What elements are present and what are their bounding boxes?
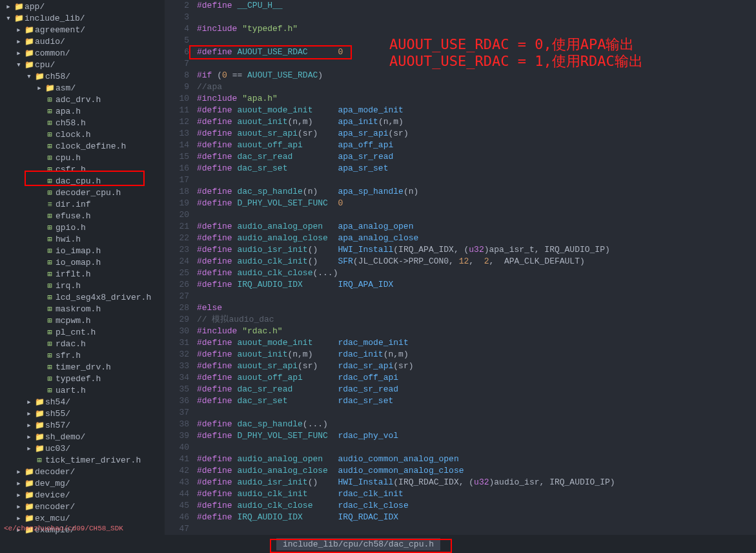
tree-item[interactable]: ⊞irq.h (0, 280, 165, 292)
code-line[interactable]: #define auout_mode_init rdac_mode_init (197, 337, 756, 349)
expand-icon[interactable]: ▸ (35, 83, 44, 94)
code-line[interactable] (197, 407, 756, 419)
tree-item[interactable]: ⊞clock_define.h (0, 141, 165, 152)
code-line[interactable]: #define audio_analog_open apa_analog_ope… (197, 221, 756, 233)
code-line[interactable]: #define auout_init(n,m) apa_init(n,m) (197, 116, 756, 128)
code-line[interactable] (197, 209, 756, 221)
code-line[interactable]: //apa (197, 81, 756, 93)
tree-item[interactable]: ▸📁agreement/ (0, 25, 165, 36)
code-line[interactable]: #if (0 == AUOUT_USE_RDAC) (197, 70, 756, 81)
code-line[interactable]: #define dac_sr_read rdac_sr_read (197, 384, 756, 395)
code-line[interactable] (197, 523, 756, 535)
code-line[interactable]: #define auout_sr_api(sr) rdac_sr_api(sr) (197, 360, 756, 372)
tree-item[interactable]: ⊞uart.h (0, 385, 165, 397)
tree-item[interactable]: ⊞rdac.h (0, 339, 165, 350)
file-tree[interactable]: ▸📁app/▾📁include_lib/▸📁agreement/▸📁audio/… (0, 0, 165, 553)
code-line[interactable]: #define audio_analog_close audio_common_… (197, 465, 756, 477)
tree-item[interactable]: ▾📁include_lib/ (0, 13, 165, 25)
code-line[interactable]: #define audio_clk_init() SFR(JL_CLOCK->P… (197, 256, 756, 267)
tree-item[interactable]: ⊞apa.h (0, 106, 165, 118)
tree-item[interactable]: ▸📁uc03/ (0, 443, 165, 455)
tree-item[interactable]: ⊞cpu.h (0, 152, 165, 164)
tree-item[interactable]: ⊞io_omap.h (0, 257, 165, 269)
expand-icon[interactable]: ▾ (14, 59, 23, 71)
tree-item[interactable]: ▾📁ch58/ (0, 71, 165, 83)
expand-icon[interactable]: ▸ (25, 397, 34, 408)
expand-icon[interactable]: ▸ (25, 443, 34, 455)
tree-item[interactable]: ⊞sfr.h (0, 350, 165, 362)
code-line[interactable] (197, 442, 756, 454)
tree-item[interactable]: ▸📁sh_demo/ (0, 432, 165, 443)
expand-icon[interactable]: ▸ (14, 501, 23, 513)
code-line[interactable]: #define IRQ_AUDIO_IDX IRQ_APA_IDX (197, 279, 756, 291)
code-line[interactable]: #define auout_init(n,m) rdac_init(n,m) (197, 349, 756, 360)
tree-item[interactable]: ▸📁asm/ (0, 83, 165, 94)
tree-item[interactable]: ▸📁encoder/ (0, 501, 165, 513)
code-line[interactable]: #define D_PHY_VOL_SET_FUNC 0 (197, 198, 756, 209)
tree-item[interactable]: ⊞tick_timer_driver.h (0, 455, 165, 466)
expand-icon[interactable]: ▾ (25, 71, 34, 83)
code-line[interactable]: #define audio_clk_init rdac_clk_init (197, 488, 756, 500)
tree-item[interactable]: ▸📁audio/ (0, 36, 165, 48)
tree-item[interactable]: ⊞dac_cpu.h (0, 176, 165, 187)
code-line[interactable]: #define auout_off_api rdac_off_api (197, 372, 756, 384)
code-line[interactable]: #define auout_mode_init apa_mode_init (197, 105, 756, 116)
code-line[interactable] (197, 174, 756, 186)
tree-item[interactable]: ⊞mcpwm.h (0, 315, 165, 327)
tree-item[interactable]: ▸📁sh55/ (0, 408, 165, 420)
expand-icon[interactable]: ▸ (14, 466, 23, 478)
tree-item[interactable]: ⊞typedef.h (0, 373, 165, 385)
tree-item[interactable]: ⊞io_imap.h (0, 245, 165, 257)
tree-item[interactable]: ⊞timer_drv.h (0, 362, 165, 373)
code-line[interactable]: #include "rdac.h" (197, 326, 756, 337)
code-line[interactable]: #define dac_sr_set rdac_sr_set (197, 395, 756, 407)
expand-icon[interactable]: ▸ (14, 36, 23, 48)
code-line[interactable]: #define IRQ_AUDIO_IDX IRQ_RDAC_IDX (197, 512, 756, 523)
tree-item[interactable]: ⊞lcd_seg4x8_driver.h (0, 292, 165, 304)
tree-item[interactable]: ⊞pl_cnt.h (0, 327, 165, 339)
tree-item[interactable]: ⊞irflt.h (0, 269, 165, 280)
code-line[interactable]: #define dac_sp_handle(...) (197, 419, 756, 430)
tree-item[interactable]: ⊞clock.h (0, 129, 165, 141)
tree-item[interactable]: ⊞efuse.h (0, 211, 165, 222)
code-line[interactable]: #else (197, 302, 756, 314)
expand-icon[interactable]: ▸ (14, 48, 23, 59)
tree-item[interactable]: ⊞csfr.h (0, 164, 165, 176)
tree-item[interactable]: ⊞decoder_cpu.h (0, 187, 165, 199)
code-line[interactable] (197, 291, 756, 302)
expand-icon[interactable]: ▸ (14, 490, 23, 501)
code-line[interactable]: #define auout_off_api apa_off_api (197, 140, 756, 151)
code-line[interactable]: #define dac_sr_read apa_sr_read (197, 151, 756, 163)
tree-item[interactable]: ▾📁cpu/ (0, 59, 165, 71)
code-area[interactable]: #define __CPU_H__#include "typedef.h"#de… (197, 0, 756, 553)
expand-icon[interactable]: ▸ (25, 432, 34, 443)
tree-item[interactable]: ⊞hwi.h (0, 234, 165, 245)
expand-icon[interactable]: ▾ (4, 13, 13, 25)
code-line[interactable]: #define audio_analog_open audio_common_a… (197, 454, 756, 465)
code-line[interactable]: #include "typedef.h" (197, 23, 756, 35)
tree-item[interactable]: ▸📁common/ (0, 48, 165, 59)
expand-icon[interactable]: ▸ (14, 478, 23, 490)
expand-icon[interactable]: ▸ (4, 1, 13, 13)
expand-icon[interactable]: ▸ (25, 408, 34, 420)
tree-item[interactable]: ⊞adc_drv.h (0, 94, 165, 106)
tree-item[interactable]: ▸📁sh54/ (0, 397, 165, 408)
expand-icon[interactable]: ▸ (25, 420, 34, 432)
tree-item[interactable]: ⊞gpio.h (0, 222, 165, 234)
tree-item[interactable]: ⊞maskrom.h (0, 304, 165, 315)
code-line[interactable]: #define audio_analog_close apa_analog_cl… (197, 233, 756, 244)
code-line[interactable]: #define dac_sr_set apa_sr_set (197, 163, 756, 174)
code-line[interactable]: #include "apa.h" (197, 93, 756, 105)
code-line[interactable]: #define auout_sr_api(sr) apa_sr_api(sr) (197, 128, 756, 140)
tree-item[interactable]: ▸📁sh57/ (0, 420, 165, 432)
code-line[interactable]: #define audio_isr_init() HWI_Install(IRQ… (197, 244, 756, 256)
tree-item[interactable]: ▸📁decoder/ (0, 466, 165, 478)
code-line[interactable]: #define audio_clk_close(...) (197, 267, 756, 279)
code-line[interactable]: #define dac_sp_handle(n) apa_sp_handle(n… (197, 186, 756, 198)
tree-item[interactable]: ⊞ch58.h (0, 118, 165, 129)
expand-icon[interactable]: ▸ (14, 25, 23, 36)
tree-item[interactable]: ≡dir.inf (0, 199, 165, 211)
code-line[interactable]: #define D_PHY_VOL_SET_FUNC rdac_phy_vol (197, 430, 756, 442)
code-line[interactable]: #define audio_isr_init() HWI_Install(IRQ… (197, 477, 756, 488)
code-line[interactable]: #define audio_clk_close rdac_clk_close (197, 500, 756, 512)
